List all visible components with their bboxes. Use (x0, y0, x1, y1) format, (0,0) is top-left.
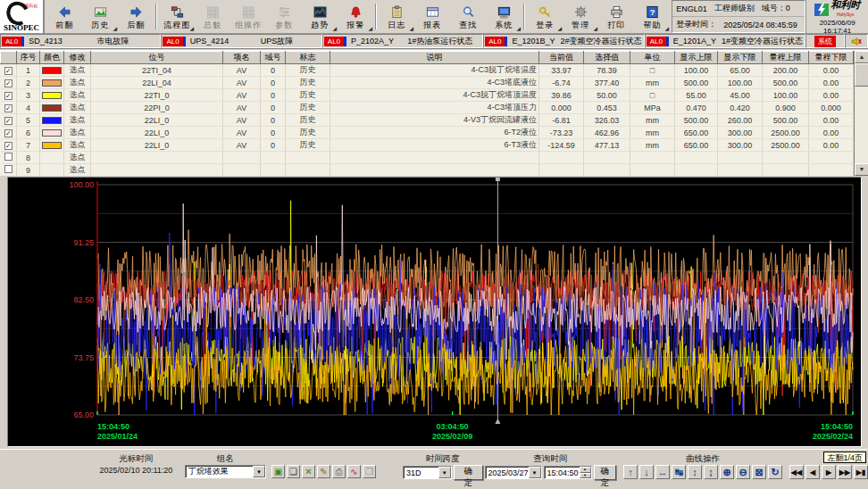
curve-color-swatch[interactable] (40, 164, 64, 177)
alarm-item[interactable]: AL0E_1201B_Y2#变频空冷器运行状态 (483, 34, 644, 48)
scroll-down-button[interactable]: ▼ (855, 163, 868, 176)
column-header[interactable]: 显示上限 (675, 52, 718, 64)
curve-color-swatch[interactable] (40, 102, 64, 114)
curve-color-swatch[interactable] (40, 64, 64, 77)
alarm-item[interactable]: AL0UPS_4214UPS故障 (161, 34, 321, 48)
modify-cell[interactable]: 选点 (64, 164, 91, 177)
delete-button[interactable]: ✕ (302, 465, 315, 478)
query-ok-button[interactable]: 确定 (594, 465, 617, 480)
span-ok-button[interactable]: 确定 (454, 465, 483, 480)
move-down-button[interactable]: ↓ (639, 465, 654, 479)
chevron-down-icon[interactable]: ▼ (438, 467, 451, 478)
row-checkbox[interactable]: ✓ (1, 64, 17, 77)
modify-cell[interactable]: 选点 (64, 77, 91, 89)
nav-fast-button[interactable]: ▶▶ (838, 465, 852, 479)
modify-cell[interactable]: 选点 (64, 64, 91, 77)
modify-cell[interactable]: 选点 (64, 152, 91, 164)
new-page-button[interactable]: ❏ (287, 465, 300, 478)
curve-color-swatch[interactable] (40, 139, 64, 152)
table-row[interactable]: ✓6选点22LI_0AV0历史6-T2液位-73.23462.96mm650.0… (1, 127, 854, 139)
move-up-button[interactable]: ↑ (623, 465, 638, 479)
h-compress-button[interactable]: ↹ (672, 465, 686, 479)
nav-next-button[interactable]: ▶ (822, 465, 836, 479)
chevron-down-icon[interactable]: ▼ (253, 466, 265, 477)
column-header[interactable]: 序号 (17, 52, 40, 64)
nav-last-button[interactable]: ▶▮ (854, 465, 868, 479)
toolbar-button-log[interactable]: 日志◢ (379, 1, 414, 32)
toolbar-button-print[interactable]: 打印 (598, 1, 634, 32)
zoom-reset-button[interactable]: ↻ (768, 465, 782, 479)
column-header[interactable]: 域号 (261, 52, 286, 64)
column-header[interactable]: 颜色 (40, 52, 64, 64)
copy-button[interactable]: ❐ (363, 465, 376, 478)
toolbar-button-manage-gear[interactable]: 管理◢ (563, 1, 598, 32)
table-row[interactable]: 9选点 (1, 164, 854, 177)
toolbar-button-flowchart[interactable]: 流程图◢ (159, 1, 195, 32)
modify-cell[interactable]: 选点 (64, 114, 91, 127)
column-header[interactable]: 位号 (91, 52, 223, 64)
v-expand-button[interactable]: ↕ (688, 465, 702, 479)
toolbar-button-trend[interactable]: 趋势◢ (302, 1, 338, 32)
h-expand-button[interactable]: ↔ (655, 465, 670, 479)
modify-cell[interactable]: 选点 (64, 127, 91, 139)
time-span-select[interactable]: 31D ▼ (403, 466, 452, 479)
modify-cell[interactable]: 选点 (64, 139, 91, 152)
table-row[interactable]: ✓1选点22TI_04AV0历史4-C3脱丁烷塔温度33.9778.39□100… (1, 64, 854, 77)
table-row[interactable]: ✓2选点22LI_04AV0历史4-C3塔底液位-6.74377.40mm500… (1, 77, 854, 89)
toolbar-button-help[interactable]: 帮助◢ (634, 1, 670, 32)
table-row[interactable]: 8选点 (1, 152, 854, 164)
table-row[interactable]: ✓3选点22TI_0AV0历史4-C3脱丁烷塔顶温度39.8650.00□55.… (1, 89, 854, 102)
curve-style-button[interactable]: ∿ (347, 465, 361, 478)
row-checkbox[interactable]: ✓ (1, 89, 17, 102)
toolbar-button-system[interactable]: 系统◢ (486, 1, 522, 32)
column-header[interactable]: 单位 (630, 52, 675, 64)
alarm-item[interactable]: AL0SD_4213市电故障 (0, 34, 161, 48)
group-name-select[interactable]: 丁烷塔效果 ▼ (185, 465, 266, 478)
toolbar-button-alarm-bell[interactable]: 报警◢ (338, 1, 373, 32)
zoom-box-button[interactable]: ⊠ (752, 465, 766, 479)
spin-down-icon[interactable]: ▼ (580, 473, 591, 479)
edit-pen-button[interactable]: ✎ (317, 465, 330, 478)
column-header[interactable]: 标志 (286, 52, 330, 64)
toolbar-button-arrow-right[interactable]: 后翻 (118, 1, 154, 32)
curve-color-swatch[interactable] (40, 89, 64, 102)
row-checkbox[interactable]: ✓ (1, 114, 17, 127)
table-row[interactable]: ✓4选点22PI_0AV0历史4-C3塔顶压力0.0000.453MPa0.47… (1, 102, 854, 114)
row-checkbox[interactable]: ✓ (1, 127, 17, 139)
column-header[interactable]: 量程上限 (763, 52, 809, 64)
column-header[interactable]: 说明 (330, 52, 539, 64)
toolbar-button-login-key[interactable]: 登录◢ (527, 1, 563, 32)
column-header[interactable]: 显示下限 (718, 52, 763, 64)
curve-color-swatch[interactable] (40, 152, 64, 164)
column-header[interactable]: 选择值 (584, 52, 630, 64)
nav-prev-button[interactable]: ◀ (805, 465, 820, 479)
v-compress-button[interactable]: ↨ (704, 465, 718, 479)
alarm-item[interactable]: AL0P_2102A_Y1#热油泵运行状态 (322, 34, 483, 48)
alarm-item[interactable]: AL0E_1201A_Y1#变频空冷器运行状态 (645, 34, 805, 48)
scroll-thumb[interactable] (855, 63, 868, 87)
query-time-spinner[interactable]: 15:04:50 ▲▼ (544, 466, 592, 479)
column-header[interactable]: 项名 (223, 52, 261, 64)
modify-cell[interactable]: 选点 (64, 102, 91, 114)
row-checkbox[interactable] (1, 152, 17, 164)
mute-speaker-icon[interactable] (845, 34, 868, 48)
system-alarm-badge[interactable]: 系统 (805, 34, 845, 48)
column-header[interactable]: 量程下限 (809, 52, 854, 64)
table-row[interactable]: ✓5选点22LI_0AV0历史4-V3丁烷回流罐液位-6.81326.03mm5… (1, 114, 854, 127)
print-curve-button[interactable]: ⎙ (332, 465, 346, 478)
curve-color-swatch[interactable] (40, 77, 64, 89)
curve-color-swatch[interactable] (40, 127, 64, 139)
toolbar-button-arrow-left[interactable]: 前翻 (46, 1, 82, 32)
column-header[interactable] (1, 52, 17, 64)
row-checkbox[interactable]: ✓ (1, 77, 17, 89)
toolbar-button-history[interactable]: 历史◢ (82, 1, 118, 32)
row-checkbox[interactable] (1, 164, 17, 177)
query-date-select[interactable]: 2025/03/27 ▼ (485, 466, 542, 479)
zoom-out-button[interactable]: ⊖ (736, 465, 750, 479)
column-header[interactable]: 当前值 (539, 52, 584, 64)
curve-color-swatch[interactable] (40, 114, 64, 127)
table-row[interactable]: ✓7选点22LI_0AV0历史6-T3液位-124.59477.13mm650.… (1, 139, 854, 152)
toolbar-button-report[interactable]: 报表 (414, 1, 450, 32)
scroll-up-button[interactable]: ▲ (855, 51, 868, 63)
table-scrollbar[interactable]: ▲ ▼ (854, 51, 868, 176)
